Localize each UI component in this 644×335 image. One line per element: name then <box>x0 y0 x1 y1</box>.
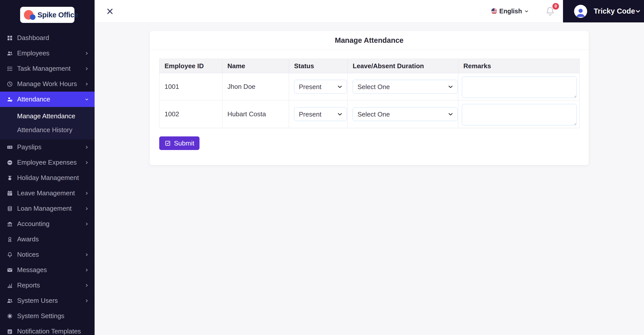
page-title: Manage Attendance <box>150 31 589 50</box>
sidebar-item-label: Employees <box>17 49 85 57</box>
sidebar-item-task-management[interactable]: Task Management <box>0 61 95 76</box>
sidebar-item-label: System Settings <box>17 312 89 320</box>
submenu-item-label: Manage Attendance <box>17 112 75 120</box>
sidebar-item-system-settings[interactable]: System Settings <box>0 308 95 324</box>
chevron-down-icon <box>85 98 89 101</box>
sidebar-item-payslips[interactable]: Payslips <box>0 139 95 155</box>
chevron-right-icon <box>85 284 89 287</box>
language-selector[interactable]: English <box>491 8 529 15</box>
users-icon <box>7 298 13 304</box>
chevron-right-icon <box>85 299 89 303</box>
sidebar-item-holiday-management[interactable]: Holiday Management <box>0 170 95 185</box>
sidebar-item-label: Notification Templates <box>17 327 89 335</box>
us-flag-icon <box>491 8 497 14</box>
column-header-name: Name <box>222 59 289 73</box>
sidebar-item-label: Messages <box>17 266 85 274</box>
sidebar-item-reports[interactable]: Reports <box>0 278 95 293</box>
notification-count-badge: 0 <box>552 3 559 10</box>
status-select-row-1[interactable]: Present <box>294 80 347 94</box>
brand-name: Spike Office <box>37 11 78 19</box>
notifications-button[interactable]: 0 <box>545 6 555 17</box>
close-icon <box>106 8 114 15</box>
brand-logo-icon <box>24 10 35 20</box>
topbar: English 0 Tricky Code <box>95 0 644 23</box>
table-header-row: Employee ID Name Status Leave/Absent Dur… <box>159 59 580 73</box>
chevron-right-icon <box>85 207 89 210</box>
gear-icon <box>7 313 13 319</box>
sidebar-item-label: Notices <box>17 251 85 258</box>
sidebar-item-notification-templates[interactable]: Notification Templates <box>0 324 95 335</box>
table-row: 1002 Hubart Costa Present <box>159 100 580 128</box>
money-check-icon <box>7 144 13 150</box>
chevron-right-icon <box>85 161 89 164</box>
sidebar-item-label: Task Management <box>17 65 85 72</box>
brand-logo[interactable]: Spike Office <box>20 7 74 23</box>
sidebar-item-employee-expenses[interactable]: Employee Expenses <box>0 155 95 170</box>
bank-icon <box>7 221 13 227</box>
user-menu[interactable]: Tricky Code <box>563 0 644 22</box>
chevron-right-icon <box>85 82 89 86</box>
sidebar-item-manage-work-hours[interactable]: Manage Work Hours <box>0 76 95 92</box>
sidebar-item-label: Reports <box>17 281 85 289</box>
envelope-icon <box>7 267 13 273</box>
sidebar-item-awards[interactable]: Awards <box>0 232 95 247</box>
avatar <box>574 5 587 18</box>
coins-icon <box>7 206 13 212</box>
chevron-down-icon <box>635 8 641 14</box>
minus-circle-icon <box>7 160 13 166</box>
sidebar-nav: Dashboard Employees Task Management <box>0 30 95 335</box>
calendar-icon <box>7 190 13 196</box>
sidebar-item-messages[interactable]: Messages <box>0 262 95 278</box>
user-name: Tricky Code <box>594 7 635 15</box>
attendance-table: Employee ID Name Status Leave/Absent Dur… <box>159 59 580 128</box>
submenu-item-manage-attendance[interactable]: Manage Attendance <box>0 109 95 123</box>
submenu-item-attendance-history[interactable]: Attendance History <box>0 123 95 137</box>
sidebar: Spike Office Dashboard Employees Task Ma… <box>0 0 95 335</box>
attendance-submenu: Manage Attendance Attendance History <box>0 107 95 139</box>
submit-button[interactable]: Submit <box>159 136 199 150</box>
sidebar-item-label: Dashboard <box>17 34 89 42</box>
sidebar-item-label: Awards <box>17 235 89 243</box>
submenu-item-label: Attendance History <box>17 126 72 134</box>
employee-name-cell: Hubart Costa <box>222 100 289 128</box>
language-label: English <box>499 8 522 15</box>
sidebar-item-employees[interactable]: Employees <box>0 46 95 61</box>
sidebar-item-accounting[interactable]: Accounting <box>0 216 95 232</box>
sidebar-item-label: Holiday Management <box>17 174 89 182</box>
sidebar-item-dashboard[interactable]: Dashboard <box>0 30 95 46</box>
employee-id-cell: 1001 <box>159 73 222 100</box>
remarks-textarea-row-2[interactable] <box>462 104 577 125</box>
column-header-duration: Leave/Absent Duration <box>348 59 458 73</box>
sidebar-item-label: Payslips <box>17 143 85 151</box>
sidebar-item-label: Employee Expenses <box>17 159 85 166</box>
check-square-icon <box>165 140 171 146</box>
sidebar-item-notices[interactable]: Notices <box>0 247 95 262</box>
snowman-icon <box>7 175 13 181</box>
card-body: Employee ID Name Status Leave/Absent Dur… <box>150 50 589 165</box>
table-row: 1001 Jhon Doe Present <box>159 73 580 100</box>
sidebar-item-label: Manage Work Hours <box>17 80 85 88</box>
manage-attendance-card: Manage Attendance Employee ID Name Statu… <box>150 31 589 165</box>
status-select-row-2[interactable]: Present <box>294 107 347 121</box>
sidebar-item-system-users[interactable]: System Users <box>0 293 95 308</box>
chevron-right-icon <box>85 67 89 70</box>
grid-icon <box>7 35 13 41</box>
duration-select-row-1[interactable]: Select One <box>353 80 458 94</box>
remarks-textarea-row-1[interactable] <box>462 77 577 98</box>
award-icon <box>7 236 13 242</box>
sidebar-item-label: Attendance <box>17 95 85 103</box>
sidebar-item-attendance[interactable]: Attendance <box>0 92 95 107</box>
sidebar-item-label: System Users <box>17 297 85 305</box>
task-list-icon <box>7 66 13 72</box>
submit-button-label: Submit <box>174 139 194 147</box>
chevron-down-icon <box>524 9 529 14</box>
duration-select-row-2[interactable]: Select One <box>353 107 458 121</box>
chevron-right-icon <box>85 268 89 272</box>
chevron-right-icon <box>85 222 89 226</box>
employee-id-cell: 1002 <box>159 100 222 128</box>
main-area: English 0 Tricky Code Manage <box>95 0 644 335</box>
sidebar-toggle-close-button[interactable] <box>106 7 114 16</box>
chevron-right-icon <box>85 192 89 195</box>
sidebar-item-loan-management[interactable]: Loan Management <box>0 201 95 216</box>
sidebar-item-leave-management[interactable]: Leave Management <box>0 185 95 201</box>
